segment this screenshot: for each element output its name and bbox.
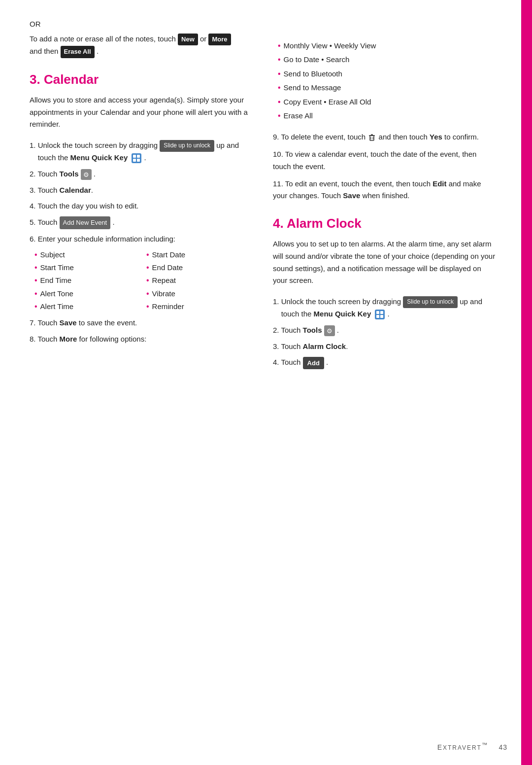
option-send-bluetooth: Send to Bluetooth (278, 68, 497, 80)
schedule-item-vibrate: Vibrate (146, 287, 253, 300)
new-button[interactable]: New (178, 34, 198, 46)
schedule-item-alert-tone: Alert Tone (34, 287, 141, 300)
alarm-step2-touch: Touch Tools (281, 326, 324, 334)
step1-text-before: Unlock the touch screen by dragging (38, 141, 160, 149)
alarm-slide-unlock-label: Slide up to unlock (403, 296, 458, 308)
menu-quick-key-label: Menu Quick Key (70, 153, 128, 162)
alarm-step-num-3: 3. (273, 342, 281, 350)
step5-text-before: Touch (37, 218, 59, 226)
calendar-step-8: 8. Touch More for following options: (30, 333, 253, 346)
alarm-menu-quick-key-label: Menu Quick Key (314, 310, 371, 318)
alarm-step-num-1: 1. (273, 297, 281, 306)
svg-rect-14 (380, 311, 383, 314)
step-num-3: 3. (30, 186, 37, 194)
step9-text: To delete the event, touch (281, 133, 367, 141)
calendar-step-1: 1. Unlock the touch screen by dragging S… (30, 139, 253, 164)
step1-period: . (144, 153, 146, 162)
slide-unlock-label: Slide up to unlock (160, 140, 214, 152)
alarm-clock-title: 4. Alarm Clock (273, 216, 497, 231)
intro-or-word: or (200, 35, 206, 43)
intro-text-1: To add a note or erase all of the notes,… (30, 35, 176, 43)
calendar-step-5: 5. Touch Add New Event . (30, 216, 253, 229)
calendar-description: Allows you to store and access your agen… (30, 94, 253, 131)
schedule-item-repeat: Repeat (146, 274, 253, 287)
save-bold-2: Save (343, 191, 360, 200)
option-send-message: Send to Message (278, 81, 497, 94)
step10-num: 10. (273, 150, 283, 158)
step10-text: To view a calendar event, touch the date… (273, 150, 476, 171)
svg-rect-13 (376, 311, 379, 314)
intro-text: To add a note or erase all of the notes,… (30, 33, 253, 58)
calendar-title: 3. Calendar (30, 72, 253, 87)
alarm-step2-period: . (337, 326, 339, 334)
trash-icon (367, 133, 376, 142)
alarm-step-2: 2. Touch Tools ⚙ . (273, 324, 497, 337)
svg-rect-2 (137, 155, 140, 158)
alarm-clock-description: Allows you to set up to ten alarms. At t… (273, 238, 497, 287)
step-num-1: 1. (30, 141, 38, 149)
step7-text: Touch Save to save the event. (37, 318, 137, 327)
option-monthly-weekly: Monthly View • Weekly View (278, 39, 497, 52)
add-button[interactable]: Add (303, 357, 324, 369)
schedule-item-alert-time: Alert Time (34, 300, 141, 313)
intro-block: OR To add a note or erase all of the not… (30, 20, 253, 58)
step-num-5: 5. (30, 218, 37, 226)
alarm-step-3: 3. Touch Alarm Clock. (273, 341, 497, 353)
calendar-steps: 1. Unlock the touch screen by dragging S… (30, 139, 253, 346)
schedule-item-start-time: Start Time (34, 261, 141, 274)
more-button[interactable]: More (208, 34, 231, 46)
svg-rect-12 (375, 310, 385, 319)
svg-rect-15 (376, 315, 379, 318)
step-num-2: 2. (30, 170, 37, 178)
calendar-step-10: 10. To view a calendar event, touch the … (273, 148, 497, 173)
erase-all-button[interactable]: Erase All (61, 46, 95, 58)
schedule-item-end-time: End Time (34, 274, 141, 287)
alarm-tools-label: Tools (303, 326, 322, 334)
svg-rect-4 (137, 159, 140, 162)
calendar-step-3: 3. Touch Calendar. (30, 184, 253, 197)
tools-label: Tools (60, 170, 79, 178)
step4-text: Touch the day you wish to edit. (37, 202, 138, 210)
alarm-step-num-2: 2. (273, 326, 281, 334)
alarm-step4-period: . (326, 358, 328, 366)
step5-period: . (112, 218, 114, 226)
calendar-step-11: 11. To edit an event, touch the event, t… (273, 178, 497, 203)
step6-text: Enter your schedule information includin… (38, 235, 175, 243)
alarm-clock-steps: 1. Unlock the touch screen by dragging S… (273, 296, 497, 369)
option-copy-erase-old: Copy Event • Erase All Old (278, 96, 497, 108)
sidebar-strip (521, 0, 532, 765)
tools-icon: ⚙ (81, 169, 92, 180)
more-bold: More (60, 335, 77, 343)
svg-rect-1 (133, 155, 136, 158)
alarm-step3-text: Touch Alarm Clock. (281, 342, 348, 350)
step-num-7: 7. (30, 318, 37, 327)
svg-rect-3 (133, 159, 136, 162)
option-erase-all: Erase All (278, 109, 497, 122)
add-new-event-button[interactable]: Add New Event (60, 216, 111, 229)
step-num-8: 8. (30, 335, 37, 343)
svg-rect-7 (370, 136, 374, 140)
step11-text: To edit an event, touch the event, then … (273, 179, 481, 200)
svg-rect-16 (380, 315, 383, 318)
schedule-item-subject: Subject (34, 248, 141, 261)
svg-text:⚙: ⚙ (327, 327, 332, 335)
step8-text: Touch More for following options: (37, 335, 146, 343)
content: OR To add a note or erase all of the not… (0, 0, 521, 765)
schedule-item-start-date: Start Date (146, 248, 253, 261)
footer-brand: EXTRAVERT™ (437, 743, 489, 751)
alarm-step-4: 4. Touch Add . (273, 356, 497, 369)
right-column: Monthly View • Weekly View Go to Date • … (273, 20, 497, 735)
calendar-step-2: 2. Touch Tools ⚙ . (30, 168, 253, 180)
alarm-step1-text: Unlock the touch screen by dragging (281, 297, 403, 306)
left-column: OR To add a note or erase all of the not… (30, 20, 253, 735)
calendar-step-6: 6. Enter your schedule information inclu… (30, 233, 253, 313)
more-options-list: Monthly View • Weekly View Go to Date • … (273, 39, 497, 122)
option-goto-search: Go to Date • Search (278, 53, 497, 66)
step-num-6: 6. (30, 235, 38, 243)
intro-text-2: and then (30, 47, 58, 55)
alarm-menu-quick-key-icon (374, 309, 385, 320)
alarm-clock-bold: Alarm Clock (303, 342, 346, 350)
step9-text2: and then touch Yes to confirm. (379, 133, 479, 141)
calendar-step-4: 4. Touch the day you wish to edit. (30, 200, 253, 212)
step2-period: . (94, 170, 96, 178)
